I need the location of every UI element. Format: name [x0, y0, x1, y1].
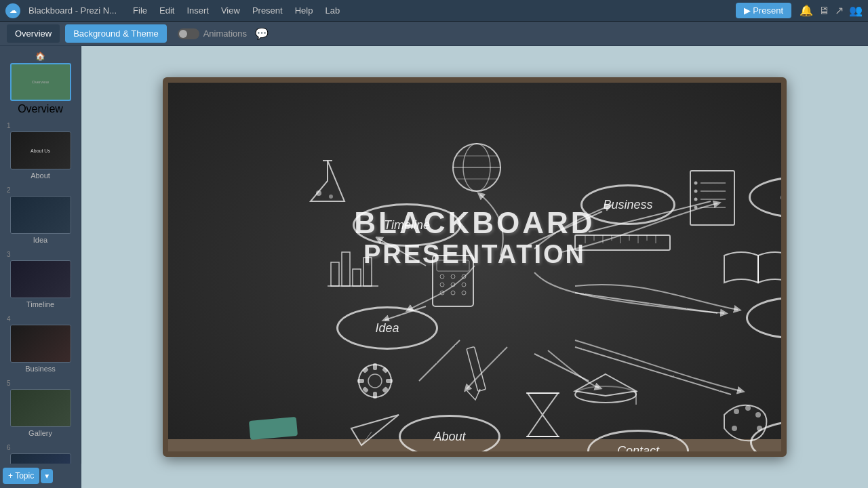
overview-label: Overview: [18, 103, 63, 115]
slide-thumb-5: [10, 389, 71, 427]
svg-rect-53: [373, 363, 377, 370]
svg-rect-55: [357, 379, 364, 383]
svg-rect-56: [386, 379, 393, 383]
blackboard-main-title: BLACKBOARD PRESENTATION: [354, 206, 595, 269]
svg-rect-59: [382, 367, 389, 373]
slide-label-3: Timeline: [26, 300, 54, 308]
users-icon[interactable]: 👥: [849, 4, 863, 17]
svg-point-7: [329, 195, 333, 199]
oval-idea: Idea: [336, 306, 438, 350]
label-map: Map: [781, 311, 787, 325]
monitor-icon[interactable]: 🖥: [818, 5, 829, 17]
main-area: 🏠 Overview Overview 1 About Us About 2 I…: [0, 46, 868, 488]
bottom-toolbar: + Topic ▼: [0, 464, 81, 488]
svg-rect-61: [467, 347, 486, 392]
slide-label-2: Idea: [33, 236, 47, 244]
slide-thumb-2: [10, 196, 71, 234]
svg-point-18: [440, 283, 444, 287]
label-contact: Contact: [617, 444, 659, 458]
svg-point-6: [316, 190, 321, 196]
animations-toggle[interactable]: [178, 28, 199, 39]
svg-point-23: [462, 291, 466, 295]
slides-sidebar: 🏠 Overview Overview 1 About Us About 2 I…: [0, 46, 81, 488]
slide-num-4: 4: [7, 315, 11, 323]
overview-thumbnail: Overview: [10, 63, 71, 101]
sidebar-item-about[interactable]: 1 About Us About: [3, 119, 78, 182]
label-idea: Idea: [375, 321, 399, 336]
svg-point-52: [368, 374, 382, 388]
menu-file[interactable]: File: [127, 3, 153, 18]
label-gallery: Gallery: [780, 190, 787, 205]
svg-point-68: [745, 405, 751, 411]
canvas-area[interactable]: S W O T: [81, 46, 868, 488]
svg-rect-24: [690, 171, 734, 225]
animations-label: Animations: [203, 28, 247, 39]
svg-point-20: [462, 283, 466, 287]
toggle-knob: [179, 30, 187, 38]
svg-point-16: [451, 274, 455, 279]
slide-label-5: Gallery: [28, 429, 52, 437]
slide-num-5: 5: [7, 380, 11, 387]
slide-thumb-3: [10, 260, 71, 298]
menu-help[interactable]: Help: [290, 3, 319, 18]
menu-insert[interactable]: Insert: [181, 3, 214, 18]
sidebar-item-gallery[interactable]: 5 Gallery: [3, 377, 78, 440]
svg-point-22: [451, 291, 455, 295]
svg-point-67: [734, 409, 739, 414]
sidebar-item-timeline[interactable]: 3 Timeline: [3, 248, 78, 311]
share-icon[interactable]: ↗: [835, 4, 844, 17]
svg-point-71: [732, 426, 737, 431]
svg-rect-10: [353, 269, 361, 286]
svg-rect-8: [331, 262, 339, 286]
home-icon: 🏠: [35, 52, 45, 61]
svg-point-15: [440, 274, 444, 279]
svg-point-69: [755, 412, 761, 418]
add-topic-dropdown[interactable]: ▼: [41, 469, 53, 483]
menu-view[interactable]: View: [216, 3, 245, 18]
oval-about: About: [399, 415, 500, 457]
slide-num-6: 6: [7, 444, 11, 451]
menu-bar: File Edit Insert View Present Help Lab: [127, 3, 345, 18]
svg-rect-57: [362, 367, 369, 373]
blackboard-canvas: S W O T: [163, 77, 787, 457]
top-menubar: ☁ Blackboard - Prezi N... File Edit Inse…: [0, 0, 868, 22]
slide-num-3: 3: [7, 251, 11, 258]
title-line1: BLACKBOARD: [354, 206, 595, 240]
toolbar-icons: 🔔 🖥 ↗ 👥: [800, 4, 863, 17]
notifications-icon[interactable]: 🔔: [800, 4, 813, 17]
tab-bg-theme[interactable]: Background & Theme: [65, 24, 167, 43]
title-line2: PRESENTATION: [354, 240, 595, 269]
svg-point-29: [694, 182, 698, 185]
comment-icon[interactable]: 💬: [255, 27, 269, 40]
label-business: Business: [603, 198, 652, 212]
menu-edit[interactable]: Edit: [154, 3, 180, 18]
slide-num-1: 1: [7, 122, 11, 129]
present-button[interactable]: ▶ Present: [736, 3, 791, 18]
tab-overview[interactable]: Overview: [7, 24, 60, 43]
app-icon: ☁: [5, 3, 20, 18]
sidebar-item-overview[interactable]: 🏠 Overview Overview: [3, 49, 78, 118]
app-title: Blackboard - Prezi N...: [28, 5, 117, 16]
slide-thumb-1: About Us: [10, 131, 71, 169]
menu-present[interactable]: Present: [247, 3, 288, 18]
slide-num-2: 2: [7, 186, 11, 194]
svg-rect-9: [342, 252, 350, 286]
menu-lab[interactable]: Lab: [319, 3, 345, 18]
slide-label-1: About: [31, 171, 50, 180]
svg-point-30: [694, 190, 698, 193]
svg-rect-54: [373, 392, 377, 399]
secondary-toolbar: Overview Background & Theme Animations 💬: [0, 22, 868, 46]
animations-toggle-area: Animations: [178, 28, 247, 39]
slide-label-4: Business: [25, 365, 56, 373]
add-topic-button[interactable]: + Topic: [3, 468, 39, 484]
label-about: About: [433, 430, 465, 444]
slide-thumb-4: [10, 325, 71, 363]
overview-thumb-label: Overview: [32, 80, 49, 84]
svg-marker-65: [575, 374, 636, 396]
sidebar-item-business[interactable]: 4 Business: [3, 312, 78, 375]
svg-point-31: [694, 198, 698, 201]
sidebar-item-idea[interactable]: 2 Idea: [3, 184, 78, 247]
